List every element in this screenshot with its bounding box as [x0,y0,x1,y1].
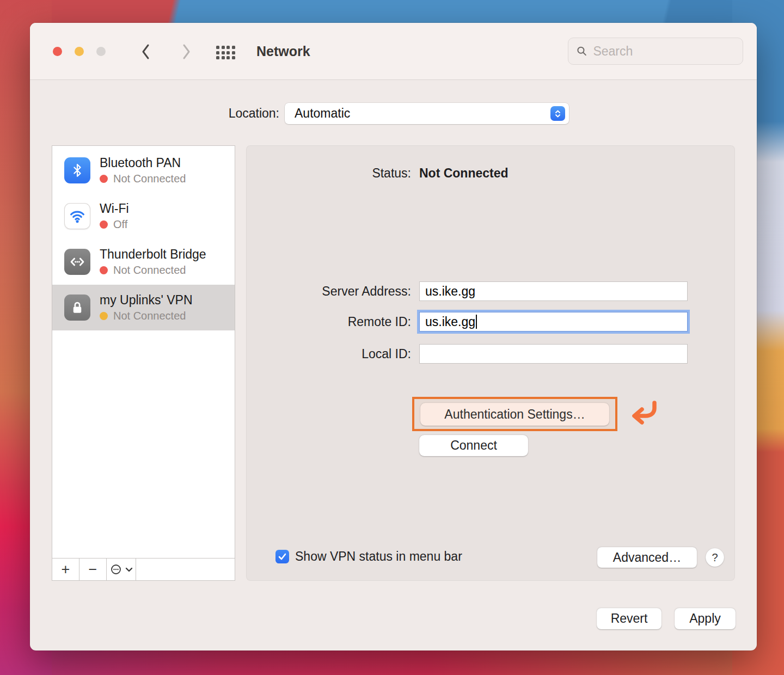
bluetooth-icon [64,157,90,183]
remove-service-button[interactable]: − [79,559,107,580]
service-status: Not Connected [113,264,186,277]
service-name: my Uplinks' VPN [100,293,193,308]
apply-button[interactable]: Apply [675,608,736,629]
show-vpn-status-checkbox[interactable] [275,550,289,563]
status-value: Not Connected [419,163,509,183]
chevron-left-icon [140,43,151,60]
service-name: Thunderbolt Bridge [100,247,206,262]
chevron-right-icon [181,43,192,60]
status-dot [100,175,108,183]
checkmark-icon [278,552,287,561]
sidebar-toolbar: + − [52,558,235,581]
wifi-icon [64,203,90,229]
help-button[interactable]: ? [706,548,724,567]
titlebar: Network [30,23,757,80]
vpn-detail-panel: Status: Not Connected Server Address: us… [246,145,735,581]
sidebar-item-bluetooth-pan[interactable]: Bluetooth PAN Not Connected [52,148,235,193]
location-dropdown[interactable]: Automatic [285,103,569,124]
sidebar-item-vpn[interactable]: my Uplinks' VPN Not Connected [52,285,235,330]
service-name: Wi-Fi [100,201,129,216]
service-name: Bluetooth PAN [100,156,186,170]
lock-icon [64,294,90,321]
status-dot [100,220,108,229]
search-icon [576,45,587,58]
close-window-button[interactable] [53,47,62,56]
service-status: Not Connected [113,173,186,185]
connect-button[interactable]: Connect [419,435,528,456]
service-status: Not Connected [113,310,186,322]
forward-button[interactable] [177,42,195,61]
local-id-label: Local ID: [246,344,411,364]
status-dot [100,266,108,274]
annotation-highlight-box: Authentication Settings… [412,397,617,431]
thunderbolt-bridge-icon [64,249,90,275]
show-vpn-status-label: Show VPN status in menu bar [295,549,462,564]
ellipsis-circle-icon [109,563,122,576]
services-sidebar: Bluetooth PAN Not Connected [52,145,235,581]
desktop: Network Location: Automatic [0,0,784,675]
advanced-button[interactable]: Advanced… [597,547,697,568]
remote-id-label: Remote ID: [246,312,411,332]
search-input[interactable] [593,44,735,59]
search-field[interactable] [568,38,743,65]
sidebar-item-thunderbolt-bridge[interactable]: Thunderbolt Bridge Not Connected [52,239,235,285]
dropdown-stepper-icon [550,106,565,121]
status-dot [100,312,108,320]
annotation-return-arrow-icon [627,399,661,429]
back-button[interactable] [137,42,155,61]
location-label: Location: [170,103,279,124]
more-actions-button[interactable] [107,559,136,580]
sidebar-item-wifi[interactable]: Wi-Fi Off [52,193,235,239]
minimize-window-button[interactable] [75,47,84,56]
add-service-button[interactable]: + [52,559,79,580]
status-label: Status: [246,163,411,183]
local-id-input[interactable] [419,344,688,364]
remote-id-input[interactable]: us.ike.gg [419,312,688,332]
location-value: Automatic [295,106,550,121]
server-address-label: Server Address: [246,281,411,302]
service-status: Off [113,218,127,231]
network-preferences-window: Network Location: Automatic [30,23,757,651]
show-all-grid-icon[interactable] [216,46,235,59]
chevron-down-icon [125,565,133,574]
page-title: Network [256,44,310,59]
authentication-settings-button[interactable]: Authentication Settings… [420,403,609,426]
revert-button[interactable]: Revert [597,608,661,629]
server-address-input[interactable]: us.ike.gg [419,281,688,301]
text-caret [476,315,477,329]
zoom-window-button [96,47,106,56]
